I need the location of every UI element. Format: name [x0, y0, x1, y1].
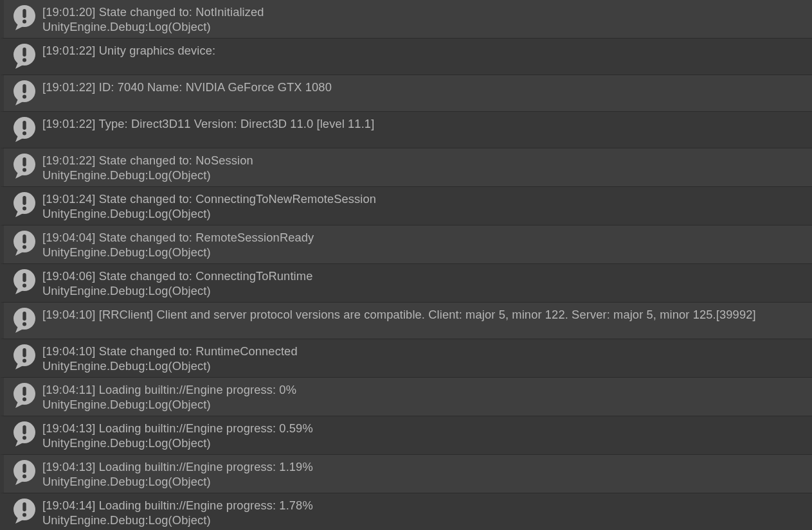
log-message: [19:01:22] ID: 7040 Name: NVIDIA GeForce… [42, 79, 807, 94]
log-message: [19:04:10] [RRClient] Client and server … [42, 306, 807, 322]
info-icon [6, 229, 42, 256]
log-line-2: UnityEngine.Debug:Log(Object) [42, 283, 807, 298]
log-entry[interactable]: [19:01:22] Type: Direct3D11 Version: Dir… [0, 112, 812, 148]
log-message: [19:01:24] State changed to: ConnectingT… [42, 191, 807, 221]
svg-rect-19 [23, 234, 26, 243]
log-line-1: [19:04:04] State changed to: RemoteSessi… [42, 230, 807, 245]
console-log-list: [19:01:20] State changed to: NotInitiali… [0, 0, 812, 530]
svg-point-20 [23, 245, 26, 249]
log-line-1: [19:01:22] ID: 7040 Name: NVIDIA GeForce… [42, 80, 807, 94]
info-icon [6, 42, 42, 69]
log-line-1: [19:04:13] Loading builtin://Engine prog… [42, 421, 807, 436]
info-icon [6, 343, 42, 369]
info-icon [6, 459, 42, 485]
svg-rect-37 [23, 464, 26, 473]
log-message: [19:04:13] Loading builtin://Engine prog… [42, 459, 807, 489]
log-entry[interactable]: [19:04:14] Loading builtin://Engine prog… [0, 493, 812, 530]
log-entry[interactable]: [19:01:24] State changed to: ConnectingT… [0, 187, 812, 225]
log-line-1: [19:01:24] State changed to: ConnectingT… [42, 191, 807, 206]
log-line-1: [19:04:14] Loading builtin://Engine prog… [42, 498, 807, 513]
log-entry[interactable]: [19:01:22] Unity graphics device: [0, 39, 812, 75]
log-entry[interactable]: [19:04:13] Loading builtin://Engine prog… [0, 455, 812, 493]
log-line-2: UnityEngine.Debug:Log(Object) [42, 474, 807, 489]
svg-point-11 [23, 132, 26, 136]
svg-rect-1 [23, 9, 26, 18]
info-icon [6, 497, 42, 524]
svg-point-32 [23, 398, 26, 402]
svg-rect-10 [23, 121, 26, 130]
svg-rect-31 [23, 387, 26, 396]
svg-rect-16 [23, 196, 26, 205]
log-line-2: UnityEngine.Debug:Log(Object) [42, 436, 807, 450]
info-icon [6, 382, 42, 408]
log-line-2: UnityEngine.Debug:Log(Object) [42, 513, 807, 527]
log-message: [19:01:20] State changed to: NotInitiali… [42, 4, 807, 34]
log-line-1: [19:04:13] Loading builtin://Engine prog… [42, 459, 807, 474]
log-line-2: UnityEngine.Debug:Log(Object) [42, 245, 807, 260]
info-icon [6, 191, 42, 217]
svg-point-23 [23, 284, 26, 288]
svg-rect-13 [23, 157, 26, 166]
log-entry[interactable]: [19:01:22] ID: 7040 Name: NVIDIA GeForce… [0, 75, 812, 112]
svg-point-5 [23, 58, 26, 62]
log-line-1: [19:01:20] State changed to: NotInitiali… [42, 4, 807, 19]
info-icon [6, 116, 42, 142]
svg-rect-4 [23, 48, 26, 57]
log-entry[interactable]: [19:04:10] State changed to: RuntimeConn… [0, 339, 812, 378]
log-message: [19:04:10] State changed to: RuntimeConn… [42, 343, 807, 373]
log-line-1: [19:01:22] Type: Direct3D11 Version: Dir… [42, 116, 807, 131]
log-entry[interactable]: [19:04:13] Loading builtin://Engine prog… [0, 416, 812, 455]
log-line-2: UnityEngine.Debug:Log(Object) [42, 358, 807, 373]
svg-rect-28 [23, 348, 26, 357]
svg-point-29 [23, 359, 26, 363]
svg-point-17 [23, 207, 26, 211]
log-line-1: [19:04:11] Loading builtin://Engine prog… [42, 382, 807, 397]
svg-point-41 [23, 513, 26, 517]
log-message: [19:01:22] Unity graphics device: [42, 42, 807, 58]
log-message: [19:04:13] Loading builtin://Engine prog… [42, 420, 807, 450]
svg-point-8 [23, 95, 26, 99]
log-line-2: UnityEngine.Debug:Log(Object) [42, 19, 807, 34]
log-message: [19:01:22] State changed to: NoSessionUn… [42, 152, 807, 182]
log-line-2: UnityEngine.Debug:Log(Object) [42, 168, 807, 182]
info-icon [6, 79, 42, 105]
log-entry[interactable]: [19:01:22] State changed to: NoSessionUn… [0, 148, 812, 187]
log-line-2: UnityEngine.Debug:Log(Object) [42, 206, 807, 221]
log-line-1: [19:04:10] State changed to: RuntimeConn… [42, 344, 807, 358]
log-entry[interactable]: [19:04:04] State changed to: RemoteSessi… [0, 225, 812, 264]
svg-rect-22 [23, 273, 26, 282]
log-message: [19:04:14] Loading builtin://Engine prog… [42, 497, 807, 527]
info-icon [6, 306, 42, 333]
info-icon [6, 268, 42, 294]
log-entry[interactable]: [19:04:10] [RRClient] Client and server … [0, 303, 812, 339]
svg-point-35 [23, 436, 26, 440]
log-message: [19:04:11] Loading builtin://Engine prog… [42, 382, 807, 412]
log-line-1: [19:04:10] [RRClient] Client and server … [42, 307, 807, 322]
svg-point-14 [23, 168, 26, 172]
log-entry[interactable]: [19:01:20] State changed to: NotInitiali… [0, 0, 812, 39]
log-message: [19:04:06] State changed to: ConnectingT… [42, 268, 807, 298]
log-entry[interactable]: [19:04:06] State changed to: ConnectingT… [0, 264, 812, 303]
info-icon [6, 4, 42, 30]
log-message: [19:04:04] State changed to: RemoteSessi… [42, 229, 807, 260]
log-line-1: [19:01:22] Unity graphics device: [42, 43, 807, 58]
log-line-1: [19:04:06] State changed to: ConnectingT… [42, 269, 807, 283]
log-entry[interactable]: [19:04:11] Loading builtin://Engine prog… [0, 378, 812, 416]
log-line-2: UnityEngine.Debug:Log(Object) [42, 397, 807, 412]
svg-point-26 [23, 322, 26, 326]
svg-point-38 [23, 475, 26, 479]
info-icon [6, 420, 42, 446]
log-line-1: [19:01:22] State changed to: NoSession [42, 153, 807, 168]
svg-rect-7 [23, 84, 26, 93]
svg-rect-25 [23, 312, 26, 321]
log-message: [19:01:22] Type: Direct3D11 Version: Dir… [42, 116, 807, 131]
svg-point-2 [23, 20, 26, 24]
svg-rect-40 [23, 502, 26, 511]
svg-rect-34 [23, 425, 26, 434]
info-icon [6, 152, 42, 179]
